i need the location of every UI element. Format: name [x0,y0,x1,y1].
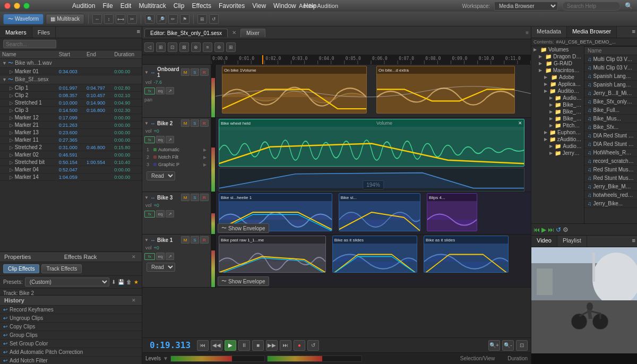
play-btn[interactable]: ▶ [225,340,236,351]
tab-markers[interactable]: Markers [0,27,32,38]
tree-item-6[interactable]: ▶ 📁 Audition_CS6 [531,88,584,94]
file-item-7[interactable]: ♫ Bike_Mus... [584,115,637,123]
show-envelope-btn-bike3[interactable]: 〜 false Show Envelope [218,223,269,233]
tree-item-0[interactable]: ▶ 📁 Volumes [531,46,584,53]
editor-tab-main[interactable]: Editor: Bike_Sfx_only_01.sesx [144,29,228,37]
marker-button[interactable]: ⚑ [180,14,190,24]
file-item-1[interactable]: ♫ Multi Clip 03 Vocal for T... [584,64,637,72]
tab-video[interactable]: Video [531,236,557,247]
fast-forward-btn[interactable]: ▶▶ [266,340,278,351]
zoom-out-button[interactable]: 🔎 [157,14,166,24]
send-btn-bike3[interactable]: ↗ [166,210,174,218]
col-name[interactable]: Name [0,50,57,59]
fx-btn-onboard1[interactable]: fx [144,88,155,94]
col-duration[interactable]: Duration [112,50,142,59]
media-browser-prev-btn[interactable]: ⏮ [533,226,540,233]
clip-onboard1-1[interactable]: On bike 1Volume [222,66,367,114]
tab-media-browser[interactable]: Media Browser [567,27,617,38]
ripple-btn[interactable]: ⊡ [168,42,177,52]
clip-bike3-2[interactable]: Bike sl... [339,193,420,231]
file-item-6[interactable]: ♫ Bike_Full... [584,106,637,115]
menu-audition[interactable]: Audition [72,2,95,10]
track-expand-bike2[interactable]: ▼ [144,121,149,126]
fx-btn-bike1[interactable]: fx [144,253,155,260]
record-btn-transport[interactable]: ● [294,340,305,351]
right-panel-collapse[interactable]: ≡ [631,27,637,38]
mute-btn-bike1[interactable]: M [181,236,190,244]
file-item-13[interactable]: ♫ Red Stunt Music Mixdow... [584,166,637,174]
workspace-select[interactable]: Media Browser [494,2,558,11]
maximize-button[interactable] [23,3,30,9]
properties-collapse-btn[interactable]: ✕ [130,254,137,259]
tree-item-8[interactable]: ▶ 📁 Bike_Full... [531,101,584,108]
col-end[interactable]: End [84,50,112,59]
menu-file[interactable]: File [102,2,113,10]
history-item-5[interactable]: ↩Add Automatic Pitch Correction [0,348,142,357]
presets-select[interactable]: (Custom) [25,278,109,287]
tree-item-15[interactable]: ▶ 📁 Jerry_Bike... [531,150,584,157]
tree-item-2[interactable]: ▶ 📁 G-RAID [531,60,584,67]
tree-item-9[interactable]: ▶ 📁 Bike_Mus... [531,108,584,115]
fx-btn-bike3[interactable]: fx [144,211,155,218]
record-btn-bike2[interactable]: R [200,119,209,127]
menu-favorites[interactable]: Favorites [219,2,245,10]
loop-button[interactable]: ↺ [209,14,219,24]
file-item-4[interactable]: ♫ Jerry_B...ll_Mix_02_Auto_Spe... [584,89,637,98]
tree-item-4[interactable]: ▶ 📁 Adobe [531,74,584,81]
editor-tab-mixer[interactable]: Mixer [240,29,265,37]
fx-btn-bike2[interactable]: fx [144,136,155,143]
track-content-onboard1[interactable]: On bike 1Volume On bite...d extra [216,65,531,117]
solo-btn-bike1[interactable]: S [191,236,199,244]
track-content-bike1[interactable]: Bike past raw 1_1...me Bike as it slides [216,235,531,287]
mute-btn-bike2[interactable]: M [181,119,190,127]
file-item-2[interactable]: ♫ Spanish Language ADR_... [584,72,637,81]
clip-bike1-1[interactable]: Bike past raw 1_1...me [219,236,326,273]
eq-btn-bike1[interactable]: eq [156,253,165,260]
fit-to-window-btn[interactable]: ⊡ [516,340,528,351]
clip-onboard1-2[interactable]: On bite...d extra [376,66,515,114]
zoom-in-transport[interactable]: 🔍+ [488,340,500,351]
close-button[interactable] [4,3,11,9]
clip-bike1-2[interactable]: Bike as it slides [332,236,417,273]
tree-item-7[interactable]: ▶ 📁 Audio file... [531,94,584,101]
file-item-5[interactable]: ♫ Bike_Sfx_only_mixdown_... [584,98,637,106]
send-btn-bike1[interactable]: ↗ [166,253,174,260]
minimize-button[interactable] [14,3,20,9]
file-item-8[interactable]: ♫ Bike_Sfx... [584,123,637,132]
tree-item-14[interactable]: ▶ 📁 Audio file... [531,143,584,150]
tree-item-12[interactable]: ▶ 📁 Euphonic cor... [531,129,584,136]
record-btn-onboard1[interactable]: R [200,68,209,76]
track-content-bike3[interactable]: Bike sl...heelie 1 Bike sl... [216,192,531,234]
clip-effects-btn[interactable]: Clip Effects [3,264,39,273]
link-btn[interactable]: ⊗ [191,42,201,52]
zoom-in-button[interactable]: 🔍 [145,14,154,24]
file-item-10[interactable]: ♫ DIA Red Stunt D 1-3-10... [584,140,637,149]
history-item-2[interactable]: ↩Copy Clips [0,323,142,331]
delete-preset-btn[interactable]: 🗑 [126,279,132,285]
select-all-btn[interactable]: ⊞ [156,42,166,52]
search-icon[interactable]: 🔍 [625,2,633,10]
history-item-6[interactable]: ↩Add Notch Filter [0,357,142,364]
file-item-15[interactable]: ♫ Jerry_Bike_Music_Edit_BETA... [584,183,637,191]
col-start[interactable]: Start [57,50,84,59]
media-browser-loop-btn[interactable]: ↺ [556,226,561,233]
markers-search-input[interactable] [3,40,56,48]
pencil-tool-button[interactable]: ✏ [168,14,178,24]
clip-bike1-3[interactable]: Bike as it slides [424,236,509,273]
show-envelope-btn-bike1[interactable]: 〜 Show Envelope [218,276,269,286]
loop-btn-transport[interactable]: ↺ [307,340,319,351]
tree-item-1[interactable]: ▶ 📁 Dragon Drop [531,53,584,60]
menu-effects[interactable]: Effects [192,2,211,10]
file-item-3[interactable]: ♫ Spanish Language ADR_... [584,81,637,89]
track-expand-bike3[interactable]: ▼ [144,195,149,200]
history-collapse-btn[interactable]: ✕ [130,298,137,303]
media-browser-settings-btn[interactable]: ⚙ [563,226,569,233]
crossfade-btn[interactable]: ⊕ [214,42,224,52]
zoom-out-transport[interactable]: 🔍- [502,340,514,351]
track-content-bike2[interactable]: Bike wheel held Volume ✕ 1 [216,118,531,192]
history-item-1[interactable]: ↩Ungroup Clips [0,314,142,323]
stop-btn[interactable]: ■ [252,340,264,351]
media-browser-play-btn[interactable]: ▶ [541,226,546,233]
video-panel-collapse[interactable]: ≡ [631,236,637,247]
editor-menu-btn[interactable]: ≡ [526,30,529,36]
